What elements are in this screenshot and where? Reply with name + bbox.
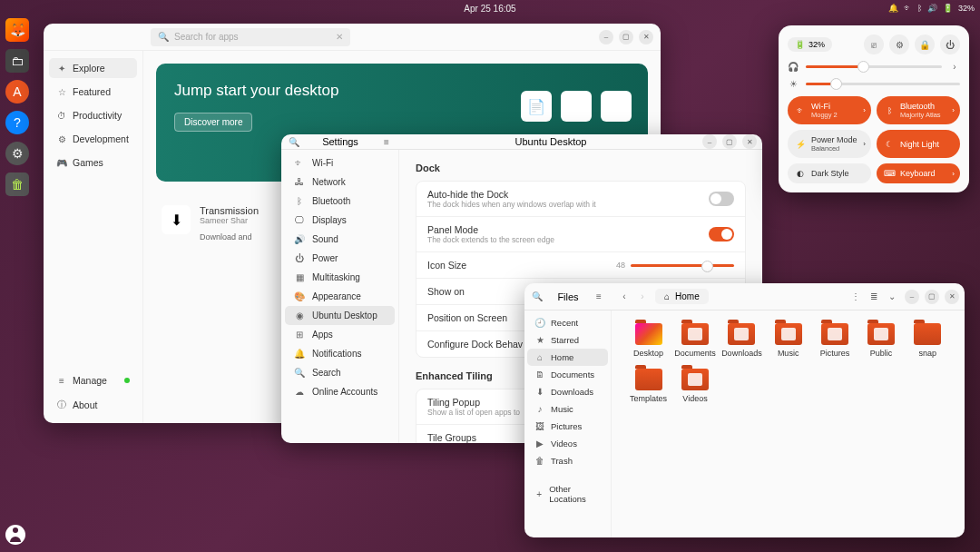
qs-tile[interactable]: ◐Dark Style xyxy=(788,163,871,183)
sidebar-icon: ★ xyxy=(534,335,545,345)
folder[interactable]: Videos xyxy=(674,369,716,403)
screenshot-button[interactable]: ⎚ xyxy=(864,34,884,54)
folder[interactable]: snap xyxy=(907,323,948,358)
maximize-button[interactable]: ▢ xyxy=(925,290,939,304)
category-icon: ⏻ xyxy=(294,253,305,263)
files-sidebar-item[interactable]: ★Starred xyxy=(527,331,608,349)
folder[interactable]: Desktop xyxy=(628,323,669,358)
power-button[interactable]: ⏻ xyxy=(940,34,960,54)
close-button[interactable]: ✕ xyxy=(742,134,757,149)
store-category[interactable]: ⚙Development xyxy=(49,129,137,149)
hero-cta[interactable]: Discover more xyxy=(174,113,252,132)
store-category[interactable]: ☆Featured xyxy=(49,82,137,102)
status-area[interactable]: 🔔 ᯤ ᛒ 🔊 🔋 32% xyxy=(888,4,975,13)
dock-app-trash[interactable]: 🗑 xyxy=(5,172,29,196)
qs-tile[interactable]: ⚡Power ModeBalanced› xyxy=(788,130,871,158)
row-panel-mode[interactable]: Panel ModeThe dock extends to the screen… xyxy=(416,217,745,252)
folder[interactable]: Pictures xyxy=(814,323,855,358)
files-sidebar-item[interactable]: 🕘Recent xyxy=(527,314,608,331)
forward-button[interactable]: › xyxy=(637,291,648,301)
close-button[interactable]: ✕ xyxy=(639,30,653,44)
qs-tile[interactable]: ☾Night Light xyxy=(877,130,960,158)
chevron-right-icon[interactable]: › xyxy=(949,62,960,72)
battery-pill[interactable]: 🔋32% xyxy=(788,37,832,52)
files-sidebar-item[interactable]: ▶Videos xyxy=(527,435,608,452)
chevron-down-icon[interactable]: ⌄ xyxy=(887,291,897,301)
chevron-right-icon[interactable]: › xyxy=(952,106,955,114)
clear-icon[interactable]: ✕ xyxy=(336,32,343,42)
files-sidebar-item[interactable]: ⌂Home xyxy=(527,349,608,366)
volume-slider[interactable]: 🎧 › xyxy=(788,62,960,72)
qs-tile[interactable]: ⌨Keyboard› xyxy=(877,163,960,183)
slider-icon-size[interactable]: 48 xyxy=(616,261,734,270)
settings-category[interactable]: ☁Online Accounts xyxy=(285,382,395,401)
qs-tile[interactable]: ᛒBluetoothMajority Atlas› xyxy=(877,96,960,124)
folder[interactable]: Downloads xyxy=(721,323,762,358)
chevron-right-icon[interactable]: › xyxy=(863,106,866,114)
files-sidebar-item[interactable]: 🗎Documents xyxy=(527,366,608,383)
store-category[interactable]: 🎮Games xyxy=(49,153,137,172)
settings-category[interactable]: ◉Ubuntu Desktop xyxy=(285,306,395,325)
hero-app-icon[interactable]: 🕊 xyxy=(561,91,592,122)
toggle-autohide[interactable] xyxy=(709,192,734,206)
folder[interactable]: Music xyxy=(768,323,808,358)
settings-category[interactable]: 🔔Notifications xyxy=(285,344,395,363)
dock-app-files[interactable]: 🗀 xyxy=(5,49,29,73)
tile-icon: ⚡ xyxy=(795,140,806,149)
files-sidebar-item[interactable]: +Other Locations xyxy=(527,480,608,508)
lock-button[interactable]: 🔒 xyxy=(915,34,935,54)
folder-icon xyxy=(728,323,755,345)
close-button[interactable]: ✕ xyxy=(945,290,959,304)
settings-category[interactable]: 🖵Displays xyxy=(285,211,395,230)
maximize-button[interactable]: ▢ xyxy=(722,134,737,149)
settings-category[interactable]: ᯤWi-Fi xyxy=(285,153,395,172)
dock-app-firefox[interactable]: 🦊 xyxy=(5,18,29,42)
settings-category[interactable]: 🎨Appearance xyxy=(285,287,395,306)
clock[interactable]: Apr 25 16:05 xyxy=(464,4,515,14)
settings-category[interactable]: ᛒBluetooth xyxy=(285,192,395,211)
row-autohide[interactable]: Auto-hide the DockThe dock hides when an… xyxy=(416,182,745,217)
menu-icon[interactable]: ≡ xyxy=(593,291,604,301)
activities-button[interactable] xyxy=(5,525,25,545)
store-footer-item[interactable]: ⓘAbout xyxy=(49,394,137,416)
store-category[interactable]: ✦Explore xyxy=(49,58,137,78)
folder[interactable]: Public xyxy=(861,323,902,358)
dock-app-settings[interactable]: ⚙ xyxy=(5,142,29,165)
settings-category[interactable]: 🔊Sound xyxy=(285,230,395,249)
folder[interactable]: Documents xyxy=(674,323,716,358)
files-sidebar-item[interactable]: 🖼Pictures xyxy=(527,418,608,435)
dock-app-software[interactable]: A xyxy=(5,80,29,104)
files-sidebar-item[interactable]: ⬇Downloads xyxy=(527,383,608,400)
search-icon[interactable]: 🔍 xyxy=(289,137,299,147)
back-button[interactable]: ‹ xyxy=(619,291,630,301)
qs-tile[interactable]: ᯤWi-FiMoggy 2› xyxy=(788,96,871,124)
settings-category[interactable]: ⊞Apps xyxy=(285,325,395,344)
settings-category[interactable]: ⏻Power xyxy=(285,249,395,268)
brightness-slider[interactable]: ☀ xyxy=(788,79,960,89)
store-footer-item[interactable]: ≡Manage xyxy=(49,370,137,390)
settings-category[interactable]: ▦Multitasking xyxy=(285,268,395,287)
store-category[interactable]: ⏱Productivity xyxy=(49,105,137,125)
minimize-button[interactable]: – xyxy=(905,290,919,304)
kebab-icon[interactable]: ⋮ xyxy=(850,291,861,301)
chevron-right-icon[interactable]: › xyxy=(952,170,955,178)
settings-category[interactable]: 🖧Network xyxy=(285,172,395,192)
maximize-button[interactable]: ▢ xyxy=(619,30,633,44)
chevron-right-icon[interactable]: › xyxy=(863,140,866,148)
files-sidebar-item[interactable]: ♪Music xyxy=(527,400,608,418)
dock-app-help[interactable]: ? xyxy=(5,111,29,134)
store-search[interactable]: 🔍 Search for apps ✕ xyxy=(151,28,350,46)
search-icon[interactable]: 🔍 xyxy=(532,291,543,301)
files-sidebar-item[interactable]: 🗑Trash xyxy=(527,452,608,469)
minimize-button[interactable]: – xyxy=(702,134,717,149)
list-view-icon[interactable]: ≣ xyxy=(868,291,879,301)
hero-app-icon[interactable]: 🖼 xyxy=(601,91,632,122)
folder[interactable]: Templates xyxy=(628,369,669,403)
toggle-panel-mode[interactable] xyxy=(709,227,734,242)
settings-button[interactable]: ⚙ xyxy=(889,34,909,54)
breadcrumb[interactable]: ⌂ Home xyxy=(655,289,709,304)
minimize-button[interactable]: – xyxy=(599,30,613,44)
settings-category[interactable]: 🔍Search xyxy=(285,363,395,382)
hero-app-icon[interactable]: 📄 xyxy=(521,91,552,122)
menu-icon[interactable]: ≡ xyxy=(381,137,392,147)
